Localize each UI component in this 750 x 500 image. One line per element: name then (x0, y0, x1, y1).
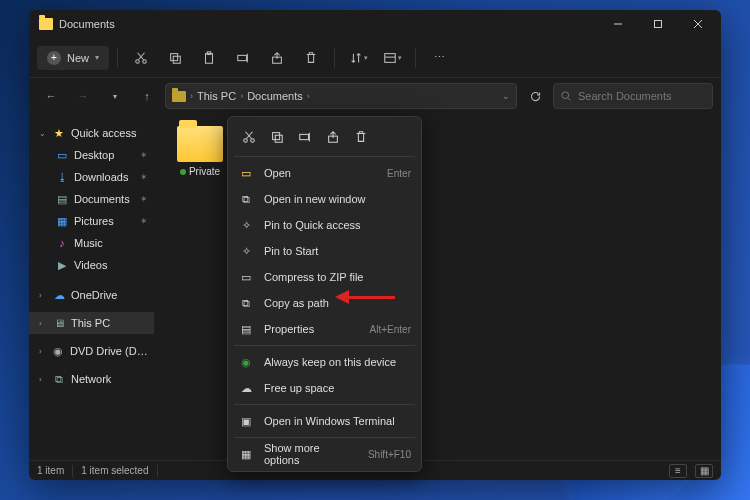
pin-icon: ✶ (140, 194, 148, 204)
address-bar[interactable]: › This PC › Documents › ⌄ (165, 83, 517, 109)
folder-item[interactable]: Private (170, 126, 230, 177)
ctx-free-space[interactable]: ☁Free up space (228, 375, 421, 401)
thumbnails-view-button[interactable]: ▦ (695, 464, 713, 478)
keep-device-icon: ◉ (238, 356, 254, 369)
back-button[interactable]: ← (37, 82, 65, 110)
zip-icon: ▭ (238, 271, 254, 284)
svg-point-4 (136, 59, 140, 63)
search-box[interactable]: Search Documents (553, 83, 713, 109)
navigation-row: ← → ▾ ↑ › This PC › Documents › ⌄ Search… (29, 78, 721, 114)
refresh-button[interactable] (521, 82, 549, 110)
chevron-down-icon: ▾ (95, 53, 99, 62)
folder-name: Private (189, 166, 220, 177)
rename-button[interactable] (228, 43, 258, 73)
documents-icon: ▤ (55, 192, 69, 206)
navigation-pane: ⌄ ★ Quick access ▭Desktop✶ ⭳Downloads✶ ▤… (29, 114, 154, 460)
more-options-icon: ▦ (238, 448, 254, 461)
ctx-delete-button[interactable] (348, 125, 374, 149)
sidebar-dvd-drive[interactable]: ›◉DVD Drive (D:) ESD-… (29, 340, 154, 362)
copy-button[interactable] (160, 43, 190, 73)
ctx-always-keep[interactable]: ◉Always keep on this device (228, 349, 421, 375)
status-available-icon (180, 169, 186, 175)
svg-point-17 (562, 92, 569, 99)
sidebar-item-documents[interactable]: ▤Documents✶ (29, 188, 154, 210)
folder-app-icon (39, 18, 53, 30)
ctx-properties[interactable]: ▤PropertiesAlt+Enter (228, 316, 421, 342)
view-button[interactable]: ▾ (377, 43, 407, 73)
ctx-pin-quick[interactable]: ✧Pin to Quick access (228, 212, 421, 238)
svg-line-22 (246, 132, 252, 139)
ctx-rename-button[interactable] (292, 125, 318, 149)
minimize-button[interactable] (598, 10, 638, 38)
ctx-cut-button[interactable] (236, 125, 262, 149)
cut-button[interactable] (126, 43, 156, 73)
file-explorer-window: Documents + New ▾ ▾ ▾ ⋯ ← → ▾ ↑ › T (29, 10, 721, 480)
selection-count: 1 item selected (81, 465, 148, 476)
svg-rect-25 (300, 134, 309, 139)
item-count: 1 item (37, 465, 64, 476)
paste-button[interactable] (194, 43, 224, 73)
svg-point-19 (244, 139, 248, 143)
folder-icon (177, 126, 223, 162)
sidebar-item-pictures[interactable]: ▦Pictures✶ (29, 210, 154, 232)
sidebar-network[interactable]: ›⧉Network (29, 368, 154, 390)
sidebar-this-pc[interactable]: ›🖥This PC (29, 312, 154, 334)
sidebar-onedrive[interactable]: ›☁OneDrive (29, 284, 154, 306)
chevron-right-icon: › (39, 291, 47, 300)
svg-rect-24 (275, 135, 282, 142)
up-button[interactable]: ↑ (133, 82, 161, 110)
delete-button[interactable] (296, 43, 326, 73)
more-button[interactable]: ⋯ (424, 43, 454, 73)
chevron-down-icon: ⌄ (39, 129, 47, 138)
ctx-pin-start[interactable]: ✧Pin to Start (228, 238, 421, 264)
new-window-icon: ⧉ (238, 193, 254, 206)
pin-quick-icon: ✧ (238, 219, 254, 232)
ctx-show-more[interactable]: ▦Show more optionsShift+F10 (228, 441, 421, 467)
close-button[interactable] (678, 10, 718, 38)
annotation-arrow (335, 290, 395, 304)
ctx-copy-button[interactable] (264, 125, 290, 149)
chevron-right-icon: › (39, 347, 47, 356)
breadcrumb-segment[interactable]: This PC (197, 90, 236, 102)
sort-button[interactable]: ▾ (343, 43, 373, 73)
maximize-button[interactable] (638, 10, 678, 38)
music-icon: ♪ (55, 236, 69, 250)
sidebar-item-downloads[interactable]: ⭳Downloads✶ (29, 166, 154, 188)
sidebar-quick-access[interactable]: ⌄ ★ Quick access (29, 122, 154, 144)
command-bar: + New ▾ ▾ ▾ ⋯ (29, 38, 721, 78)
sidebar-item-videos[interactable]: ▶Videos (29, 254, 154, 276)
sidebar-item-music[interactable]: ♪Music (29, 232, 154, 254)
properties-icon: ▤ (238, 323, 254, 336)
ctx-open-terminal[interactable]: ▣Open in Windows Terminal (228, 408, 421, 434)
sidebar-item-desktop[interactable]: ▭Desktop✶ (29, 144, 154, 166)
titlebar[interactable]: Documents (29, 10, 721, 38)
svg-line-21 (246, 132, 252, 139)
new-button[interactable]: + New ▾ (37, 46, 109, 70)
download-icon: ⭳ (55, 170, 69, 184)
details-view-button[interactable]: ≡ (669, 464, 687, 478)
new-label: New (67, 52, 89, 64)
svg-rect-15 (384, 53, 395, 62)
folder-icon (172, 91, 186, 102)
pc-icon: 🖥 (52, 316, 66, 330)
recent-button[interactable]: ▾ (101, 82, 129, 110)
context-quick-actions (228, 121, 421, 153)
breadcrumb-segment[interactable]: Documents (247, 90, 303, 102)
ctx-open-new-window[interactable]: ⧉Open in new window (228, 186, 421, 212)
chevron-right-icon: › (307, 91, 310, 101)
ctx-share-button[interactable] (320, 125, 346, 149)
disc-icon: ◉ (52, 344, 65, 358)
svg-rect-8 (171, 53, 178, 60)
pictures-icon: ▦ (55, 214, 69, 228)
forward-button[interactable]: → (69, 82, 97, 110)
chevron-down-icon[interactable]: ⌄ (502, 91, 510, 101)
chevron-right-icon: › (39, 375, 47, 384)
svg-line-7 (138, 52, 144, 59)
svg-rect-23 (273, 133, 280, 140)
window-title: Documents (59, 18, 115, 30)
ctx-compress-zip[interactable]: ▭Compress to ZIP file (228, 264, 421, 290)
share-button[interactable] (262, 43, 292, 73)
ctx-open[interactable]: ▭OpenEnter (228, 160, 421, 186)
chevron-right-icon: › (240, 91, 243, 101)
ellipsis-icon: ⋯ (434, 51, 445, 64)
